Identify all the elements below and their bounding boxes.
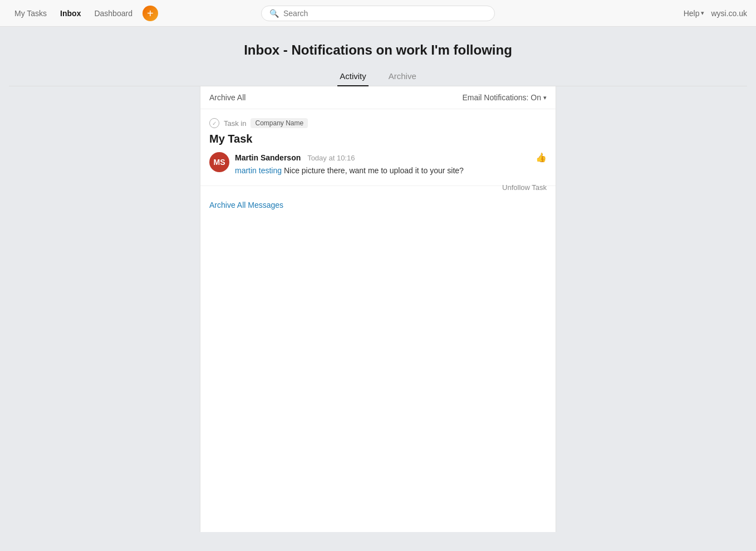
comment-content: Martin Sanderson Today at 10:16 👍 martin… xyxy=(235,152,547,177)
search-bar[interactable]: 🔍 xyxy=(261,6,495,21)
tab-activity[interactable]: Activity xyxy=(337,67,369,86)
tab-archive[interactable]: Archive xyxy=(386,67,419,86)
top-nav: My Tasks Inbox Dashboard + 🔍 Help ▾ wysi… xyxy=(0,0,756,27)
task-in-label: Task in xyxy=(224,119,246,128)
add-button[interactable]: + xyxy=(143,6,158,21)
archive-all-button[interactable]: Archive All xyxy=(209,93,246,102)
project-tag[interactable]: Company Name xyxy=(251,118,308,128)
tabs-bar: Activity Archive xyxy=(9,67,747,86)
help-menu[interactable]: Help ▾ xyxy=(684,9,705,18)
nav-dashboard[interactable]: Dashboard xyxy=(89,6,138,21)
archive-all-messages-link[interactable]: Archive All Messages xyxy=(200,194,556,216)
comment-body: Nice picture there, want me to upload it… xyxy=(282,166,464,175)
page-title: Inbox - Notifications on work I'm follow… xyxy=(9,42,747,58)
comment-mention[interactable]: martin testing xyxy=(235,166,282,175)
nav-my-tasks[interactable]: My Tasks xyxy=(9,6,52,21)
email-notifications-toggle[interactable]: Email Notifications: On ▾ xyxy=(462,93,547,102)
page-title-area: Inbox - Notifications on work I'm follow… xyxy=(0,27,756,86)
notification-item: ✓ Task in Company Name My Task MS Martin… xyxy=(200,109,556,186)
task-label-row: ✓ Task in Company Name xyxy=(209,118,547,128)
task-name[interactable]: My Task xyxy=(209,133,547,145)
comment-timestamp: Today at 10:16 xyxy=(307,154,355,162)
email-notif-chevron-icon: ▾ xyxy=(543,94,547,101)
avatar: MS xyxy=(209,152,229,172)
search-area: 🔍 xyxy=(261,6,495,21)
nav-left: My Tasks Inbox Dashboard + xyxy=(9,6,158,21)
nav-inbox[interactable]: Inbox xyxy=(55,6,86,21)
user-menu[interactable]: wysi.co.uk xyxy=(711,9,747,18)
main-area: Archive All Email Notifications: On ▾ ✓ … xyxy=(0,86,756,532)
comment-header: Martin Sanderson Today at 10:16 👍 xyxy=(235,152,547,163)
unfollow-button[interactable]: Unfollow Task xyxy=(502,183,547,192)
panel-toolbar: Archive All Email Notifications: On ▾ xyxy=(200,86,556,109)
comment-text: martin testing Nice picture there, want … xyxy=(235,165,547,177)
search-icon: 🔍 xyxy=(269,9,279,18)
comment-author-row: Martin Sanderson Today at 10:16 xyxy=(235,153,355,162)
task-check-icon: ✓ xyxy=(209,118,219,128)
comment-author: Martin Sanderson xyxy=(235,153,301,162)
content-panel: Archive All Email Notifications: On ▾ ✓ … xyxy=(200,86,556,532)
nav-right: Help ▾ wysi.co.uk xyxy=(684,9,747,18)
like-button[interactable]: 👍 xyxy=(536,152,547,163)
search-input[interactable] xyxy=(283,9,487,18)
email-notif-label: Email Notifications: On xyxy=(462,93,541,102)
comment-row: MS Martin Sanderson Today at 10:16 👍 mar… xyxy=(209,152,547,177)
help-chevron-icon: ▾ xyxy=(701,9,704,17)
help-label: Help xyxy=(684,9,700,18)
